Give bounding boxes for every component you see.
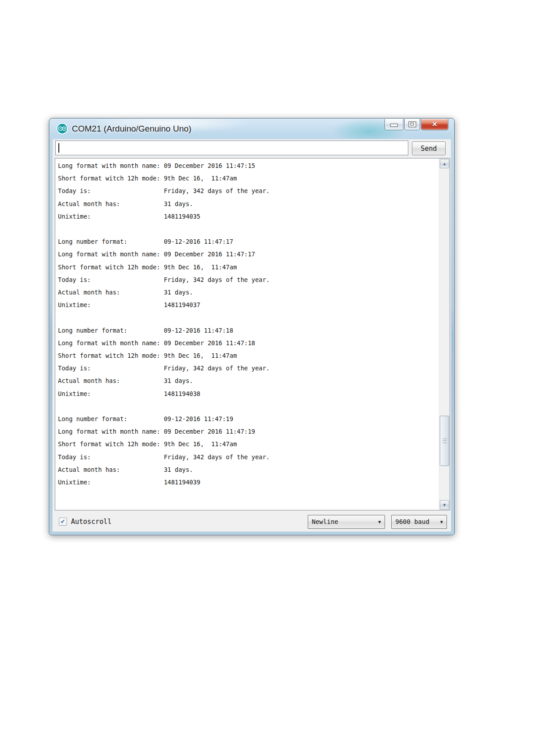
scrollbar-thumb[interactable] [440,416,449,466]
baud-rate-value: 9600 baud [395,518,429,525]
minimize-icon [390,123,398,127]
baud-rate-dropdown[interactable]: 9600 baud ▼ [391,515,447,529]
scroll-down-button[interactable]: ▼ [440,500,449,510]
desktop-background: COM21 (Arduino/Genuino Uno) ✕ [0,0,535,756]
arrow-down-icon: ▼ [442,503,447,507]
arrow-up-icon: ▲ [442,162,447,166]
client-area: Send Long format with month name: 09 Dec… [52,139,451,532]
window-title: COM21 (Arduino/Genuino Uno) [72,124,191,134]
maximize-button[interactable] [404,119,420,130]
text-caret [58,143,59,153]
status-bar: ✔ Autoscroll Newline ▼ 9600 baud ▼ [52,511,451,532]
maximize-icon [408,122,416,127]
caption-buttons: ✕ [384,119,448,130]
console-text: Long format with month name: 09 December… [58,159,438,509]
autoscroll-checkbox[interactable]: ✔ [59,518,67,526]
chevron-down-icon: ▼ [376,519,381,524]
close-icon: ✕ [432,120,438,128]
line-ending-value: Newline [312,518,338,525]
title-bar[interactable]: COM21 (Arduino/Genuino Uno) ✕ [49,119,454,139]
serial-input[interactable] [55,141,408,155]
autoscroll-label: Autoscroll [71,518,111,526]
line-ending-dropdown[interactable]: Newline ▼ [308,515,385,529]
minimize-button[interactable] [385,119,403,130]
serial-monitor-window: COM21 (Arduino/Genuino Uno) ✕ [49,118,455,535]
send-button[interactable]: Send [412,141,446,155]
close-button[interactable]: ✕ [421,119,448,130]
check-icon: ✔ [61,519,66,524]
chevron-down-icon: ▼ [438,519,443,524]
scrollbar-grip-icon [442,439,447,443]
console-output: Long format with month name: 09 December… [55,158,450,510]
serial-input-wrap [55,141,408,155]
scroll-up-button[interactable]: ▲ [440,159,449,168]
vertical-scrollbar[interactable]: ▲ ▼ [439,158,450,510]
arduino-icon [57,123,68,134]
